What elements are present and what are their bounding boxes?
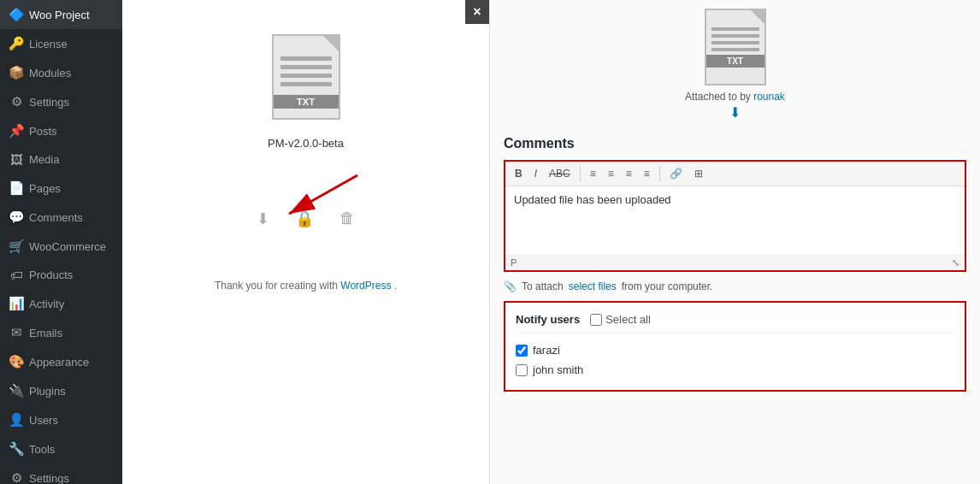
- file-lines-right: [706, 10, 765, 55]
- attach-row: 📎 To attach select files from your compu…: [504, 280, 966, 292]
- editor-footer: P ⤡: [505, 255, 965, 270]
- close-button[interactable]: ×: [465, 0, 489, 24]
- sidebar-item-label: WooCommerce: [29, 240, 106, 253]
- editor-resize-handle[interactable]: ⤡: [952, 257, 959, 269]
- file-line: [711, 27, 759, 31]
- file-line: [280, 82, 332, 86]
- sidebar-item-label: Tools: [29, 443, 55, 456]
- users-icon: 👤: [9, 412, 24, 428]
- sidebar-item-label: Activity: [29, 298, 64, 310]
- sidebar-item-users[interactable]: 👤 Users: [0, 405, 122, 434]
- user-johnsmith-label[interactable]: john smith: [533, 363, 583, 376]
- sidebar-item-activity[interactable]: 📊 Activity: [0, 289, 122, 318]
- user-farazi-label[interactable]: farazi: [533, 344, 560, 357]
- sidebar-item-label: Media: [29, 153, 59, 166]
- editor-footer-tag: P: [511, 257, 517, 269]
- file-line: [280, 65, 332, 69]
- notify-users-container: Notify users Select all farazi john smit…: [504, 301, 966, 392]
- link-button[interactable]: 🔗: [665, 165, 687, 182]
- attached-by-text: Attached to by rounak: [685, 91, 785, 103]
- settings-woo-icon: ⚙: [9, 94, 24, 109]
- sidebar-item-label: Woo Project: [29, 9, 90, 21]
- sidebar-item-products[interactable]: 🏷 Products: [0, 261, 122, 289]
- sidebar-item-label: Plugins: [29, 385, 66, 398]
- bold-button[interactable]: B: [511, 165, 527, 182]
- strikethrough-button[interactable]: ABC: [545, 165, 575, 182]
- right-panel: TXT Attached to by rounak ⬇ Comments B I…: [490, 0, 980, 484]
- sidebar-item-woo-project[interactable]: 🔷 Woo Project: [0, 0, 122, 29]
- align-left-button[interactable]: ≡: [586, 165, 600, 182]
- comment-editor: B I ABC ≡ ≡ ≡ ≡ 🔗 ⊞ Updated file has bee…: [504, 160, 966, 272]
- sidebar-item-media[interactable]: 🖼 Media: [0, 145, 122, 174]
- sidebar-item-emails[interactable]: ✉ Emails: [0, 318, 122, 347]
- arrow-container: [221, 158, 392, 227]
- modules-icon: 📦: [9, 65, 24, 80]
- sidebar-item-label: Modules: [29, 67, 71, 80]
- file-icon-right: TXT Attached to by rounak ⬇: [504, 9, 966, 121]
- italic-button[interactable]: I: [530, 165, 541, 182]
- file-line: [711, 34, 759, 38]
- arrow-icon: [221, 158, 392, 227]
- select-all-row: Select all: [590, 313, 651, 326]
- sidebar-item-tools[interactable]: 🔧 Tools: [0, 434, 122, 463]
- align-right-button[interactable]: ≡: [622, 165, 636, 182]
- notify-header: Notify users Select all: [516, 313, 954, 333]
- sidebar-item-label: Comments: [29, 211, 83, 224]
- woocommerce-icon: 🛒: [9, 239, 24, 254]
- thank-you-text: Thank you for creating with WordPress .: [215, 280, 397, 292]
- user-johnsmith-checkbox[interactable]: [516, 364, 528, 376]
- paperclip-icon: 📎: [504, 280, 517, 292]
- plugins-icon: 🔌: [9, 383, 24, 398]
- products-icon: 🏷: [9, 268, 24, 282]
- file-body-left: TXT: [272, 34, 340, 120]
- attached-user-link[interactable]: rounak: [753, 91, 785, 103]
- main-content: × TXT PM-v2.0.0-beta: [122, 0, 980, 484]
- align-center-button[interactable]: ≡: [604, 165, 618, 182]
- attach-text: To attach: [522, 280, 564, 292]
- justify-button[interactable]: ≡: [640, 165, 654, 182]
- sidebar-item-label: Settings: [29, 96, 69, 109]
- sidebar-item-settings[interactable]: ⚙ Settings: [0, 463, 122, 484]
- sidebar-item-posts[interactable]: 📌 Posts: [0, 116, 122, 145]
- sidebar-item-license[interactable]: 🔑 License: [0, 29, 122, 58]
- sidebar: 🔷 Woo Project 🔑 License 📦 Modules ⚙ Sett…: [0, 0, 122, 484]
- sidebar-item-label: Products: [29, 269, 73, 281]
- left-panel: × TXT PM-v2.0.0-beta: [122, 0, 490, 484]
- select-all-checkbox[interactable]: [590, 314, 602, 326]
- file-line: [280, 56, 332, 61]
- sidebar-item-appearance[interactable]: 🎨 Appearance: [0, 347, 122, 376]
- select-files-link[interactable]: select files: [569, 280, 617, 292]
- sidebar-item-label: Emails: [29, 327, 62, 339]
- sidebar-item-pages[interactable]: 📄 Pages: [0, 174, 122, 203]
- activity-icon: 📊: [9, 296, 24, 311]
- user-row-johnsmith: john smith: [516, 360, 954, 380]
- editor-content: Updated file has been uploaded: [514, 193, 671, 206]
- emails-icon: ✉: [9, 325, 24, 340]
- sidebar-item-comments[interactable]: 💬 Comments: [0, 203, 122, 232]
- user-farazi-checkbox[interactable]: [516, 345, 528, 357]
- sidebar-item-label: Pages: [29, 182, 61, 195]
- file-lines-left: [274, 36, 339, 93]
- comments-title: Comments: [504, 136, 966, 151]
- table-button[interactable]: ⊞: [690, 165, 707, 182]
- file-ext-right: TXT: [706, 55, 765, 68]
- appearance-icon: 🎨: [9, 354, 24, 369]
- sidebar-item-plugins[interactable]: 🔌 Plugins: [0, 376, 122, 405]
- comments-icon: 💬: [9, 210, 24, 225]
- attached-pin-icon: ⬇: [729, 104, 741, 121]
- sidebar-item-modules[interactable]: 📦 Modules: [0, 58, 122, 87]
- select-all-label[interactable]: Select all: [605, 313, 651, 326]
- woo-project-icon: 🔷: [9, 7, 24, 22]
- toolbar-divider: [659, 166, 660, 181]
- sidebar-item-settings-woo[interactable]: ⚙ Settings: [0, 87, 122, 116]
- notify-title: Notify users: [516, 313, 580, 326]
- media-icon: 🖼: [9, 152, 24, 167]
- sidebar-item-label: Appearance: [29, 356, 89, 369]
- toolbar-divider: [580, 166, 581, 181]
- user-row-farazi: farazi: [516, 340, 954, 360]
- sidebar-item-woocommerce[interactable]: 🛒 WooCommerce: [0, 232, 122, 261]
- license-icon: 🔑: [9, 36, 24, 51]
- wordpress-link[interactable]: WordPress: [340, 280, 391, 292]
- settings-icon: ⚙: [9, 470, 24, 484]
- editor-body[interactable]: Updated file has been uploaded: [505, 186, 965, 255]
